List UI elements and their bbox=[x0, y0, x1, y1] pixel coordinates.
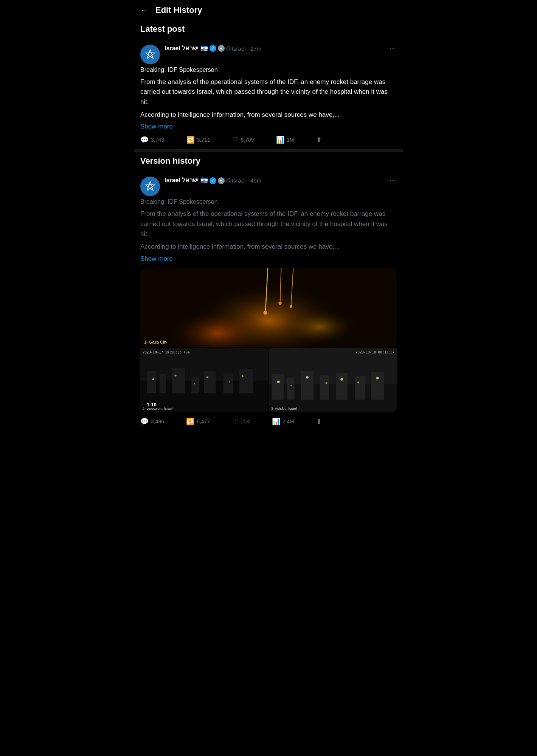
handle-time: @Israel · 27m bbox=[226, 45, 262, 53]
version-display-name: Israel ישראל 🇮🇱 bbox=[165, 177, 208, 184]
svg-rect-22 bbox=[172, 368, 185, 393]
svg-rect-37 bbox=[301, 371, 314, 400]
name-row: Israel ישראל 🇮🇱 ✓ ✦ @Israel · 27m bbox=[165, 45, 383, 53]
svg-point-32 bbox=[229, 381, 230, 382]
svg-point-29 bbox=[206, 376, 208, 378]
svg-point-43 bbox=[306, 376, 309, 378]
version-views-count: 2.4M bbox=[282, 418, 294, 424]
latest-post-tweet: Israel ישראל 🇮🇱 ✓ ✦ @Israel · 27m ··· Br… bbox=[134, 39, 403, 149]
video-bottom-left-panel: 2023-10-17 19:58:55 Tue 2- Jerusalem, Is… bbox=[140, 348, 268, 412]
version-more-button[interactable]: ··· bbox=[388, 177, 397, 184]
svg-rect-35 bbox=[272, 374, 283, 400]
version-like-action[interactable]: ♡ 11K bbox=[232, 417, 250, 426]
video-duration: 1:10 bbox=[144, 401, 159, 408]
verified-gov-icon: ✦ bbox=[218, 45, 225, 52]
tweet-subtitle: Breaking: IDF Spokesperson bbox=[140, 67, 397, 73]
svg-rect-39 bbox=[336, 373, 347, 400]
tweet-body-2: According to intelligence information, f… bbox=[140, 110, 397, 120]
version-verified-blue-icon: ✓ bbox=[210, 177, 216, 184]
svg-point-45 bbox=[376, 376, 379, 379]
views-action[interactable]: 📊 1M bbox=[276, 136, 294, 144]
version-views-action[interactable]: 📊 2.4M bbox=[272, 417, 294, 426]
share-action[interactable]: ⬆ bbox=[316, 136, 322, 144]
version-show-more-button[interactable]: Show more bbox=[140, 255, 397, 263]
svg-rect-9 bbox=[140, 268, 397, 347]
svg-point-42 bbox=[277, 380, 280, 383]
svg-rect-36 bbox=[287, 377, 294, 400]
version-history-tweet: Israel ישראל 🇮🇱 ✓ ✦ @Israel · 49m ··· Br… bbox=[134, 171, 403, 431]
version-history-section-title: Version history bbox=[134, 152, 403, 171]
svg-rect-24 bbox=[204, 371, 216, 393]
svg-point-46 bbox=[326, 382, 327, 384]
tweet-meta: Israel ישראל 🇮🇱 ✓ ✦ @Israel · 27m bbox=[165, 45, 383, 53]
like-icon: ♡ bbox=[232, 136, 238, 144]
version-reply-count: 3,496 bbox=[151, 418, 164, 424]
version-like-icon: ♡ bbox=[232, 417, 238, 426]
svg-point-47 bbox=[357, 381, 359, 383]
svg-point-13 bbox=[278, 302, 281, 305]
views-count: 1M bbox=[287, 137, 294, 143]
svg-point-44 bbox=[340, 378, 343, 381]
version-tweet-actions: 💬 3,496 🔁 6,477 ♡ 11K 📊 2.4M ⬆ bbox=[140, 417, 322, 426]
version-retweet-action[interactable]: 🔁 6,477 bbox=[186, 417, 210, 426]
back-button[interactable]: ← bbox=[140, 6, 148, 15]
svg-rect-21 bbox=[160, 374, 166, 393]
show-more-button[interactable]: Show more bbox=[140, 123, 397, 130]
svg-point-28 bbox=[174, 374, 176, 376]
page-title: Edit History bbox=[155, 5, 202, 15]
svg-point-27 bbox=[152, 378, 154, 380]
version-tweet-body-2: According to intelligence information, f… bbox=[140, 242, 397, 252]
like-count: 6,709 bbox=[241, 137, 254, 143]
version-like-count: 11K bbox=[241, 418, 250, 424]
version-name-row: Israel ישראל 🇮🇱 ✓ ✦ @Israel · 49m bbox=[165, 177, 383, 184]
tweet-body-1: From the analysis of the operational sys… bbox=[140, 77, 397, 107]
video-bottom-right-panel: 2023-10-18 00:13:37 3- Ashdod, Israel bbox=[269, 348, 397, 412]
version-retweet-count: 6,477 bbox=[197, 418, 210, 424]
share-icon: ⬆ bbox=[316, 136, 322, 144]
svg-rect-40 bbox=[355, 376, 365, 400]
tweet-header: Israel ישראל 🇮🇱 ✓ ✦ @Israel · 27m ··· bbox=[140, 45, 397, 64]
video-top-panel: 19:59:50 I Cross ···· Food stocks in Gaz… bbox=[140, 268, 397, 347]
more-button[interactable]: ··· bbox=[388, 45, 397, 53]
section-divider bbox=[134, 149, 403, 152]
version-tweet-subtitle: Breaking: IDF Spokesperson bbox=[140, 198, 397, 205]
video-bottom-left-timestamp: 2023-10-17 19:58:55 Tue bbox=[143, 350, 190, 354]
svg-rect-23 bbox=[191, 377, 199, 393]
version-avatar[interactable] bbox=[140, 177, 160, 196]
version-handle-time: @Israel · 49m bbox=[226, 177, 262, 184]
version-verified-gov-icon: ✦ bbox=[218, 177, 225, 184]
svg-rect-20 bbox=[147, 371, 156, 393]
svg-point-48 bbox=[290, 385, 292, 386]
svg-point-11 bbox=[263, 311, 267, 314]
like-action[interactable]: ♡ 6,709 bbox=[232, 136, 254, 144]
retweet-icon: 🔁 bbox=[186, 136, 195, 144]
avatar[interactable] bbox=[140, 45, 160, 64]
svg-rect-26 bbox=[239, 369, 253, 393]
video-grid: 19:59:50 I Cross ···· Food stocks in Gaz… bbox=[140, 268, 397, 412]
video-bottom-right-timestamp: 2023-10-18 00:13:37 bbox=[355, 350, 394, 354]
version-share-action[interactable]: ⬆ bbox=[316, 417, 322, 426]
svg-point-30 bbox=[242, 375, 244, 377]
header: ← Edit History bbox=[134, 0, 403, 20]
svg-rect-41 bbox=[371, 372, 384, 400]
retweet-action[interactable]: 🔁 3,711 bbox=[186, 136, 210, 144]
reply-count: 3,743 bbox=[151, 137, 164, 143]
svg-rect-38 bbox=[320, 375, 329, 400]
svg-point-31 bbox=[194, 383, 195, 384]
version-share-icon: ⬆ bbox=[316, 417, 322, 426]
version-reply-action[interactable]: 💬 3,496 bbox=[140, 417, 164, 426]
retweet-count: 3,711 bbox=[197, 137, 210, 143]
views-icon: 📊 bbox=[276, 136, 284, 144]
reply-icon: 💬 bbox=[140, 136, 149, 144]
video-thumbnail[interactable]: 19:59:50 I Cross ···· Food stocks in Gaz… bbox=[140, 268, 397, 412]
verified-blue-icon: ✓ bbox=[210, 45, 216, 52]
tweet-actions: 💬 3,743 🔁 3,711 ♡ 6,709 📊 1M ⬆ bbox=[140, 136, 322, 144]
version-tweet-body-1: From the analysis of the operational sys… bbox=[140, 209, 397, 239]
version-reply-icon: 💬 bbox=[140, 417, 149, 426]
svg-rect-25 bbox=[223, 374, 233, 393]
video-bottom-right-location: 3- Ashdod, Israel bbox=[271, 407, 297, 411]
svg-point-15 bbox=[290, 305, 292, 308]
latest-post-section-title: Latest post bbox=[134, 20, 403, 39]
reply-action[interactable]: 💬 3,743 bbox=[140, 136, 164, 144]
video-top-label: 1- Gaza City bbox=[144, 340, 167, 344]
